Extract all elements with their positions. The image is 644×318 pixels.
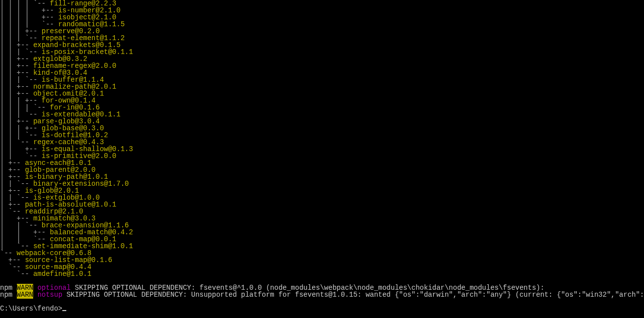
tree-line: `-- amdefine@1.0.1 [0,270,644,277]
tree-line: | | +-- kind-of@3.0.4 [0,69,644,76]
npm-warn-line: npm WARN optional SKIPPING OPTIONAL DEPE… [0,284,644,291]
tree-line: | | | | +-- is-number@2.1.0 [0,7,644,14]
prompt-text: C:\Users\fendo> [0,305,62,313]
tree-line: | +-- is-binary-path@1.0.1 [0,173,644,180]
tree-line: | | | `-- is-buffer@1.1.4 [0,76,644,83]
tree-line: `-- webpack-core@0.6.8 [0,250,644,257]
tree-line: | +-- glob-parent@2.0.0 [0,166,644,173]
tree-line: | | +-- filename-regex@2.0.0 [0,62,644,69]
tree-line: | | | `-- is-extendable@0.1.1 [0,111,644,118]
tree-line: | | | | `-- for-in@0.1.6 [0,104,644,111]
tree-line: | +-- async-each@1.0.1 [0,159,644,166]
prompt-line[interactable]: C:\Users\fendo> [0,305,644,312]
tree-line: | | +-- extglob@0.3.2 [0,55,644,62]
tree-line: | +-- is-glob@2.0.1 [0,187,644,194]
tree-line: | | `-- is-primitive@2.0.0 [0,153,644,159]
tree-line: | | +-- parse-glob@3.0.4 [0,118,644,125]
tree-line: | | +-- normalize-path@2.0.1 [0,83,644,90]
tree-line: | | | | `-- randomatic@1.1.5 [0,21,644,28]
tree-line: | | `-- concat-map@0.0.1 [0,236,644,243]
tree-line: | | | +-- for-own@0.1.4 [0,97,644,104]
warn-message: SKIPPING OPTIONAL DEPENDENCY: Unsupporte… [62,291,644,299]
tree-line: | `-- set-immediate-shim@1.0.1 [0,243,644,250]
tree-line: `-- source-map@0.4.4 [0,264,644,270]
tree-line: +-- source-list-map@0.1.6 [0,257,644,264]
npm-label: npm [0,291,17,299]
tree-line: | | | `-- repeat-element@1.1.2 [0,35,644,42]
tree-line: | | +-- is-equal-shallow@0.1.3 [0,146,644,153]
tree-line: | | `-- brace-expansion@1.1.6 [0,222,644,229]
cursor [62,310,66,311]
tree-line: | | +-- expand-brackets@0.1.5 [0,42,644,49]
tree-line: | | `-- regex-cache@0.4.3 [0,139,644,146]
tree-line: | `-- readdirp@2.1.0 [0,208,644,215]
tree-line: | | | `-- is-dotfile@1.0.2 [0,132,644,139]
warn-tag: notsup [38,291,62,299]
tree-line: | | | +-- preserve@0.2.0 [0,28,644,35]
tree-branch: `-- [0,270,33,278]
tree-line: | | +-- object.omit@2.0.1 [0,90,644,97]
tree-line: | +-- path-is-absolute@1.0.1 [0,201,644,208]
warn-badge: WARN [17,291,34,299]
package-name: amdefine@1.0.1 [33,270,92,278]
tree-line: | | `-- binary-extensions@1.7.0 [0,180,644,187]
tree-line: | | `-- is-extglob@1.0.0 [0,194,644,201]
tree-line: | | | `-- is-posix-bracket@0.1.1 [0,49,644,55]
terminal-output[interactable]: | | | | `-- fill-range@2.2.3| | | | +-- … [0,0,644,312]
npm-warn-line: npm WARN notsup SKIPPING OPTIONAL DEPEND… [0,291,644,298]
tree-line: | | | +-- glob-base@0.3.0 [0,125,644,132]
tree-line: | | +-- balanced-match@0.4.2 [0,229,644,236]
tree-line: | | | | `-- fill-range@2.2.3 [0,0,644,7]
tree-line: | +-- minimatch@3.0.3 [0,215,644,222]
tree-line: | | | | +-- isobject@2.1.0 [0,14,644,21]
